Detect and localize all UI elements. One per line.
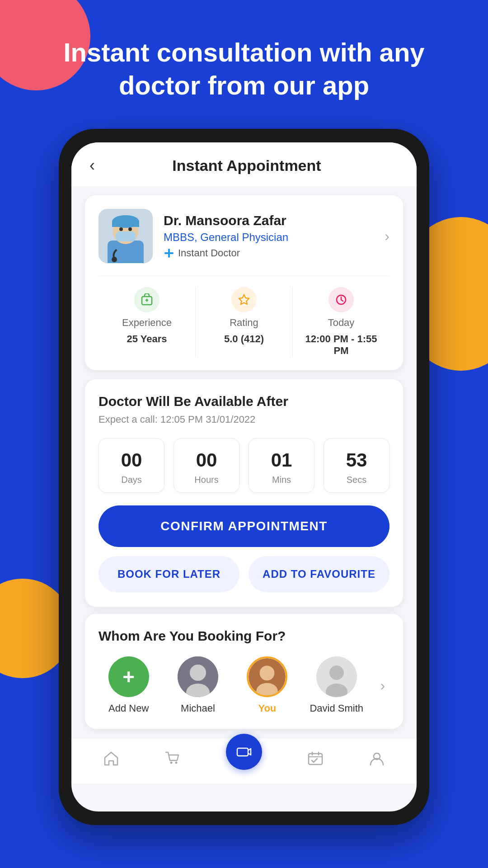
doctor-specialty: MBBS, General Physician (164, 231, 374, 244)
availability-section: Doctor Will Be Available After Expect a … (85, 379, 403, 607)
experience-label: Experience (122, 317, 172, 329)
page-title: Instant Appointment (95, 157, 399, 175)
you-avatar (247, 656, 287, 697)
doctor-card: Dr. Mansoora Zafar MBBS, General Physici… (85, 195, 403, 370)
experience-icon (134, 287, 160, 312)
svg-point-23 (170, 762, 173, 764)
svg-rect-26 (309, 754, 322, 764)
cart-icon (164, 750, 181, 767)
doctor-detail-arrow[interactable]: › (385, 228, 389, 245)
nav-calendar[interactable] (307, 750, 324, 767)
svg-point-6 (112, 257, 117, 262)
today-icon (328, 287, 354, 312)
days-value: 00 (103, 449, 160, 471)
stat-rating: Rating 5.0 (412) (196, 287, 293, 357)
svg-point-18 (260, 665, 275, 680)
availability-subtitle: Expect a call: 12:05 PM 31/01/2022 (99, 414, 389, 425)
doctor-details: Dr. Mansoora Zafar MBBS, General Physici… (164, 213, 374, 259)
svg-point-24 (175, 762, 178, 764)
you-name: You (258, 703, 276, 714)
today-label: Today (328, 317, 355, 329)
back-button[interactable]: ‹ (89, 156, 95, 175)
svg-rect-4 (112, 222, 139, 227)
availability-title: Doctor Will Be Available After (99, 394, 389, 409)
secs-value: 53 (328, 449, 385, 471)
stat-experience: Experience 25 Years (99, 287, 196, 357)
profile-icon (369, 750, 385, 767)
nav-camera[interactable] (226, 747, 262, 770)
hours-value: 00 (178, 449, 235, 471)
rating-value: 5.0 (412) (224, 333, 264, 345)
doctor-name: Dr. Mansoora Zafar (164, 213, 374, 228)
experience-value: 25 Years (127, 333, 167, 345)
days-label: Days (103, 475, 160, 485)
nav-profile[interactable] (369, 750, 385, 767)
countdown-hours: 00 Hours (174, 438, 239, 493)
stat-today: Today 12:00 PM - 1:55 PM (293, 287, 389, 357)
confirm-appointment-button[interactable]: CONFIRM APPOINTMENT (99, 505, 389, 547)
hero-title: Instant consultation with any doctor fro… (0, 0, 488, 129)
countdown-row: 00 Days 00 Hours 01 Mins 53 Secs (99, 438, 389, 493)
countdown-days: 00 Days (99, 438, 164, 493)
svg-point-15 (190, 665, 206, 681)
svg-rect-5 (116, 231, 136, 241)
bottom-nav (71, 738, 417, 783)
svg-point-21 (329, 665, 344, 680)
add-new-person[interactable]: + Add New (99, 656, 159, 714)
more-persons-arrow[interactable]: › (375, 668, 389, 703)
svg-rect-25 (237, 748, 248, 756)
svg-point-8 (128, 227, 132, 231)
doctor-info-row: Dr. Mansoora Zafar MBBS, General Physici… (99, 209, 389, 263)
book-later-button[interactable]: BOOK FOR LATER (99, 556, 239, 592)
countdown-mins: 01 Mins (249, 438, 314, 493)
svg-point-7 (119, 227, 123, 231)
hours-label: Hours (178, 475, 235, 485)
rating-icon (231, 287, 257, 312)
countdown-secs: 53 Secs (324, 438, 389, 493)
mins-value: 01 (253, 449, 310, 471)
doctor-avatar (99, 209, 153, 263)
app-header: ‹ Instant Appointment (71, 142, 417, 186)
booking-title: Whom Are You Booking For? (99, 628, 389, 644)
person-you[interactable]: You (237, 656, 297, 714)
booking-section: Whom Are You Booking For? + Add New (85, 614, 403, 729)
person-david[interactable]: David Smith (306, 656, 366, 714)
secondary-buttons-row: BOOK FOR LATER ADD TO FAVOURITE (99, 556, 389, 592)
michael-avatar (178, 656, 218, 697)
nav-cart[interactable] (164, 750, 181, 767)
today-value: 12:00 PM - 1:55 PM (297, 333, 385, 357)
add-favourite-button[interactable]: ADD TO FAVOURITE (249, 556, 389, 592)
booking-persons-row: + Add New Michael (99, 656, 389, 714)
michael-name: Michael (181, 703, 215, 714)
nav-home[interactable] (103, 750, 119, 767)
add-person-avatar: + (108, 656, 149, 697)
svg-marker-12 (239, 295, 249, 304)
home-icon (103, 750, 119, 767)
add-person-name: Add New (108, 703, 149, 714)
phone-mockup: ‹ Instant Appointment (59, 129, 429, 825)
phone-screen: ‹ Instant Appointment (71, 142, 417, 811)
rating-label: Rating (230, 317, 258, 329)
instant-badge: Instant Doctor (164, 247, 374, 259)
svg-rect-10 (164, 252, 174, 254)
stats-row: Experience 25 Years Rating 5.0 (412) (99, 276, 389, 357)
person-michael[interactable]: Michael (168, 656, 228, 714)
secs-label: Secs (328, 475, 385, 485)
camera-icon (236, 744, 252, 760)
mins-label: Mins (253, 475, 310, 485)
david-avatar (316, 656, 357, 697)
calendar-icon (307, 750, 324, 767)
david-name: David Smith (310, 703, 363, 714)
camera-button[interactable] (226, 734, 262, 770)
instant-badge-label: Instant Doctor (178, 247, 240, 259)
